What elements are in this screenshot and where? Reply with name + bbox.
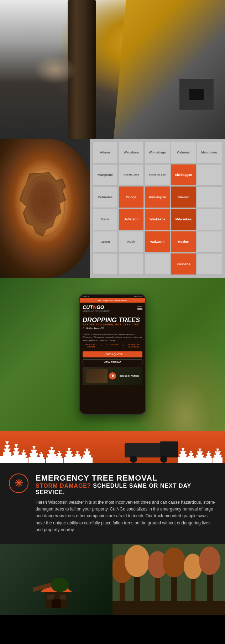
county-sheboygan: Sheboygan [171,164,196,186]
machinery-box [179,78,214,110]
phone-logo: CUTNGO [83,304,110,310]
county-kenosha: Kenosha [171,253,196,275]
svg-rect-3 [47,595,54,600]
hero-background [0,0,225,139]
play-icon [112,374,114,378]
county-empty3 [197,209,222,230]
county-marquette: Marquette [93,164,118,186]
emergency-subtitle-orange: STORM DAMAGE? [36,483,91,489]
phone-services: TRICKY TREE REMOVAL • LOT CLEARING • UTI… [80,342,145,350]
phone-brand: CutNGo Trees™ [83,327,142,330]
county-empty4 [197,231,222,253]
county-columbia: Columbia [93,186,118,208]
county-empty1 [197,164,222,186]
bottom-image-right [112,544,225,615]
county-manitowoc: Manitowoc [197,142,222,163]
phone-section: ●●● ♦ ⇅ 3MBO 1:04 GET A QUOTE 262-443-49… [0,278,225,431]
phone-frame: ●●● ♦ ⇅ 3MBO 1:04 GET A QUOTE 262-443-49… [79,294,146,415]
phone-screen: ●●● ♦ ⇅ 3MBO 1:04 GET A QUOTE 262-443-49… [80,295,145,414]
phone-time: 3MBO 1:04 [134,295,142,298]
phone-video-thumbnail[interactable]: SEE US IN ACTION [83,367,142,385]
svg-rect-20 [112,601,225,615]
svg-point-15 [163,548,185,577]
svg-rect-2 [52,599,61,608]
phone-service-tricky: TRICKY TREE REMOVAL [83,344,99,348]
phone-quote-button[interactable]: $ GET A QUOTE [83,351,142,357]
phone-container: ●●● ♦ ⇅ 3MBO 1:04 GET A QUOTE 262-443-49… [79,294,146,415]
phone-sub-headline: FASTER AND SAFER, FOR LESS COST [83,323,142,326]
county-green-lake: Green Lake [119,164,144,186]
county-empty7 [145,253,170,275]
county-rock: Rock [119,231,144,253]
phone-main-headline: DROPPING TREES [83,317,142,323]
wisconsin-map: Adams Waushara Winnebago Calumet Manitow… [90,139,225,278]
county-adams: Adams [93,142,118,163]
hero-section [0,0,225,139]
county-empty2 [197,186,222,208]
county-winnebago: Winnebago [145,142,170,163]
wisconsin-shape [7,167,78,246]
county-empty8 [197,253,222,275]
emergency-body-text: Harsh Wisconsin weather hits at the most… [36,499,216,533]
dot1: • [101,344,102,348]
county-dodge: Dodge [119,186,144,208]
county-green: Green [93,231,118,253]
county-dane: Dane [93,209,118,230]
svg-point-11 [125,545,150,577]
machinery-arm [101,0,225,139]
phone-tagline: A TREES AND TONS MOVEMENT [83,310,110,312]
map-section: Adams Waushara Winnebago Calumet Manitow… [0,139,225,278]
quote-label: GET A QUOTE [106,353,123,356]
county-fond-du-lac: Fond du Lac [145,164,170,186]
truck-wheel2 [160,456,167,463]
phone-status-bar: ●●● ♦ ⇅ 3MBO 1:04 [80,295,145,298]
county-calumet: Calumet [171,142,196,163]
county-empty6 [119,253,144,275]
phone-hero-text: DROPPING TREES FASTER AND SAFER, FOR LES… [80,314,145,333]
log-cross-section [0,139,96,278]
phone-service-utility: UTILITY LINE CLEARANCE [126,344,142,348]
emergency-subtitle: STORM DAMAGE? SCHEDULE SAME OR NEXT DAY … [36,483,216,496]
emergency-title: EMERGENCY TREE REMOVAL [36,473,216,483]
bottom-images-section [0,544,225,615]
county-ozaukee: Ozaukee [171,186,196,208]
county-empty5 [93,253,118,275]
tree-silhouettes [0,440,225,463]
truck-wheel1 [130,456,137,463]
county-jefferson: Jefferson [119,209,144,230]
asterisk-icon: ✳ [15,477,23,489]
autumn-trees [112,544,225,615]
see-us-label: SEE US IN ACTION [120,375,139,377]
play-button[interactable] [109,372,116,379]
video-truck [86,369,108,383]
sawdust-effect [34,56,77,84]
emergency-section: ✳ EMERGENCY TREE REMOVAL STORM DAMAGE? S… [0,463,225,544]
emergency-badge: ✳ [9,473,28,493]
county-walworth: Walworth [145,231,170,253]
svg-point-6 [51,578,69,592]
phone-logo-area: CUTNGO A TREES AND TONS MOVEMENT [80,303,145,314]
svg-rect-4 [60,595,66,600]
county-waukesha: Waukesha [145,209,170,230]
truck-cab [160,441,178,457]
county-racine: Racine [171,231,196,253]
bottom-image-left [0,544,112,615]
quote-icon: $ [103,353,104,356]
hamburger-menu[interactable] [137,307,142,310]
county-milwaukee: Milwaukee [171,209,196,230]
machinery-hole [189,89,204,100]
phone-description: CutNGo is truly a first-of-its-kind tree… [80,333,145,342]
phone-quote-bar: GET A QUOTE 262-443-4995 [80,298,145,303]
county-grid: Adams Waushara Winnebago Calumet Manitow… [90,139,225,278]
svg-point-19 [199,546,220,575]
phone-signal: ●●● ♦ ⇅ [83,295,89,298]
county-waushara: Waushara [119,142,144,163]
phone-service-lot: LOT CLEARING [104,344,121,348]
banner-section [0,431,225,463]
county-washington: Wash-ington [145,186,170,208]
house-tree-illustration [33,569,79,612]
emergency-content: EMERGENCY TREE REMOVAL STORM DAMAGE? SCH… [36,473,216,533]
phone-pricing-button[interactable]: VIEW PRICING [83,359,142,365]
dot2: • [123,344,124,348]
